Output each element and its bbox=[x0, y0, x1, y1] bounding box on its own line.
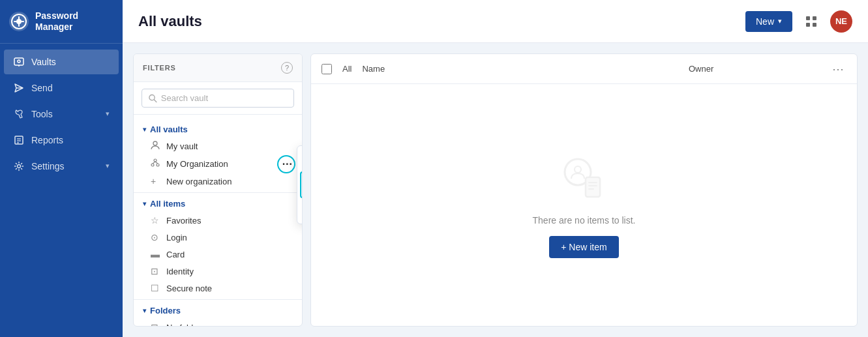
filters-title: FILTERS bbox=[143, 64, 176, 72]
filter-item-my-organization[interactable]: My Organization ⋯ bbox=[134, 155, 302, 173]
vault-empty-message: There are no items to list. bbox=[533, 215, 636, 226]
page-title: All vaults bbox=[138, 13, 745, 30]
sidebar-item-reports-label: Reports bbox=[31, 135, 63, 145]
filter-item-no-folder[interactable]: ⊡ No folder bbox=[134, 319, 302, 326]
sidebar-item-tools-label: Tools bbox=[31, 109, 53, 119]
search-input[interactable] bbox=[161, 93, 287, 103]
identity-label: Identity bbox=[166, 267, 194, 276]
org-icon bbox=[151, 158, 161, 169]
items-chevron-icon: ▾ bbox=[143, 200, 146, 207]
sidebar-nav: Vaults Send Tools ▾ bbox=[0, 44, 123, 337]
svg-rect-15 bbox=[813, 23, 816, 27]
sidebar-item-reports[interactable]: Reports bbox=[4, 128, 119, 153]
favorites-label: Favorites bbox=[166, 216, 201, 226]
col-name-label: Name bbox=[362, 64, 678, 74]
search-vault-area bbox=[134, 82, 302, 115]
main-content: All vaults New ▾ NE FILTERS bbox=[123, 0, 868, 337]
new-button[interactable]: New ▾ bbox=[745, 11, 792, 32]
svg-rect-12 bbox=[806, 16, 810, 20]
context-menu-link-sso[interactable]: Link SSO bbox=[300, 171, 303, 198]
vaults-filter-section: ▾ All vaults My vault bbox=[134, 121, 302, 190]
empty-state-icon bbox=[558, 153, 610, 205]
items-filter-section: ▾ All items ☆ Favorites ⊙ Login ▬ Card bbox=[134, 196, 302, 297]
svg-point-11 bbox=[18, 164, 21, 168]
filter-item-favorites[interactable]: ☆ Favorites bbox=[134, 212, 302, 229]
items-section-label: All items bbox=[150, 199, 185, 209]
topbar: All vaults New ▾ NE bbox=[123, 0, 868, 43]
col-all-label: All bbox=[342, 64, 352, 74]
svg-point-31 bbox=[575, 166, 581, 173]
folder-icon: ⊡ bbox=[151, 322, 161, 326]
grid-view-button[interactable] bbox=[800, 10, 822, 33]
login-icon: ⊙ bbox=[151, 232, 161, 242]
col-owner-label: Owner bbox=[689, 64, 819, 74]
vaults-chevron-icon: ▾ bbox=[143, 126, 146, 133]
filter-item-card[interactable]: ▬ Card bbox=[134, 246, 302, 263]
sidebar-item-settings[interactable]: Settings ▾ bbox=[4, 154, 119, 179]
app-logo-icon bbox=[9, 12, 29, 31]
section-divider-2 bbox=[134, 299, 302, 300]
secure-note-label: Secure note bbox=[166, 284, 212, 293]
folders-chevron-icon: ▾ bbox=[143, 307, 146, 314]
all-items-header[interactable]: ▾ All items bbox=[134, 196, 302, 212]
svg-line-23 bbox=[155, 162, 158, 164]
filter-item-new-organization[interactable]: + New organization bbox=[134, 173, 302, 190]
folders-header[interactable]: ▾ Folders bbox=[134, 302, 302, 319]
sidebar-item-send[interactable]: Send bbox=[4, 76, 119, 100]
vault-empty-state: There are no items to list. + New item bbox=[311, 84, 857, 326]
login-label: Login bbox=[166, 233, 187, 242]
avatar[interactable]: NE bbox=[830, 10, 852, 33]
context-menu-leave[interactable]: Leave bbox=[297, 199, 303, 224]
filter-item-secure-note[interactable]: ☐ Secure note bbox=[134, 280, 302, 297]
context-menu: Enroll in account recovery Link SSO bbox=[297, 145, 303, 224]
filter-item-login[interactable]: ⊙ Login bbox=[134, 229, 302, 246]
svg-point-19 bbox=[154, 159, 157, 162]
new-item-label: + New item bbox=[561, 242, 606, 252]
vault-list-header: All Name Owner ⋯ bbox=[311, 54, 857, 84]
svg-line-22 bbox=[153, 162, 155, 164]
sidebar-item-vaults-label: Vaults bbox=[31, 57, 56, 67]
svg-rect-13 bbox=[813, 16, 816, 20]
note-icon: ☐ bbox=[151, 283, 161, 293]
tools-chevron-icon: ▾ bbox=[106, 110, 110, 118]
avatar-initials: NE bbox=[835, 16, 847, 26]
card-label: Card bbox=[166, 250, 185, 259]
sidebar-item-settings-label: Settings bbox=[31, 161, 65, 171]
svg-rect-27 bbox=[586, 177, 600, 197]
search-icon bbox=[149, 94, 157, 103]
send-icon bbox=[13, 82, 25, 94]
tools-icon bbox=[13, 108, 25, 120]
svg-point-4 bbox=[18, 60, 20, 63]
filter-item-my-vault[interactable]: My vault bbox=[134, 138, 302, 155]
filters-help-button[interactable]: ? bbox=[281, 62, 293, 74]
filters-header: FILTERS ? bbox=[134, 54, 302, 82]
folders-filter-section: ▾ Folders ⊡ No folder bbox=[134, 302, 302, 326]
svg-point-20 bbox=[151, 164, 154, 166]
svg-point-2 bbox=[16, 19, 22, 24]
sidebar-item-vaults[interactable]: Vaults bbox=[4, 50, 119, 74]
topbar-actions: New ▾ NE bbox=[745, 10, 852, 33]
folders-section-label: Folders bbox=[150, 306, 181, 315]
reports-icon bbox=[13, 134, 25, 146]
org-options-button[interactable]: ⋯ bbox=[277, 155, 295, 173]
vault-icon bbox=[13, 56, 25, 68]
sidebar-item-tools[interactable]: Tools ▾ bbox=[4, 102, 119, 126]
my-org-label: My Organization bbox=[166, 159, 228, 169]
no-folder-label: No folder bbox=[166, 323, 201, 327]
new-org-label: New organization bbox=[166, 177, 232, 186]
new-button-label: New bbox=[756, 16, 774, 27]
person-icon bbox=[151, 141, 161, 152]
all-vaults-header[interactable]: ▾ All vaults bbox=[134, 121, 302, 138]
sidebar-item-send-label: Send bbox=[31, 83, 53, 93]
context-menu-enroll[interactable]: Enroll in account recovery bbox=[297, 146, 303, 170]
svg-line-17 bbox=[154, 99, 157, 102]
add-org-icon: + bbox=[151, 176, 161, 186]
select-all-checkbox[interactable] bbox=[322, 64, 332, 74]
app-name-label: Password Manager bbox=[35, 10, 113, 33]
vault-list-area: All Name Owner ⋯ There are no items to l… bbox=[310, 53, 858, 327]
vault-header-more-button[interactable]: ⋯ bbox=[830, 59, 846, 79]
svg-rect-14 bbox=[806, 23, 810, 27]
new-item-button[interactable]: + New item bbox=[549, 236, 618, 258]
filter-item-identity[interactable]: ⊡ Identity bbox=[134, 263, 302, 280]
svg-rect-3 bbox=[14, 58, 23, 65]
